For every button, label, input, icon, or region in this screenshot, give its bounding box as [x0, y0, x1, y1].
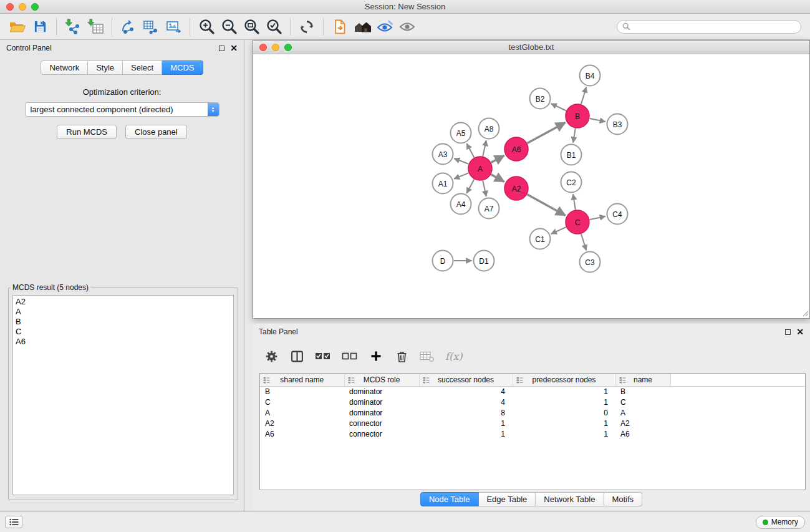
graph-node-A5[interactable]: A5 — [451, 123, 471, 143]
close-panel-icon[interactable]: ✕ — [230, 44, 238, 52]
graph-node-A1[interactable]: A1 — [433, 173, 453, 194]
minimize-window-button[interactable] — [19, 3, 26, 11]
tab-select[interactable]: Select — [123, 60, 162, 75]
graph-edge-A-A4[interactable] — [466, 180, 474, 193]
graph-node-C3[interactable]: C3 — [580, 252, 600, 273]
table-row[interactable]: Bdominator41B — [260, 386, 805, 397]
mcds-result-item[interactable]: A6 — [13, 337, 233, 347]
select-all-rows-button[interactable] — [315, 347, 331, 365]
mcds-result-item[interactable]: A2 — [13, 297, 233, 307]
zoom-in-button[interactable] — [195, 17, 218, 37]
minimize-network-window-button[interactable] — [272, 44, 279, 51]
memory-button[interactable]: Memory — [756, 516, 805, 529]
graph-node-C[interactable]: C — [566, 210, 589, 234]
graph-edge-A-A2[interactable] — [491, 175, 504, 182]
column-header-MCDS-role[interactable]: MCDS role — [344, 374, 419, 386]
criterion-dropdown[interactable]: largest connected component (directed) ▲… — [25, 102, 219, 117]
network-window-titlebar[interactable]: testGlobe.txt — [253, 41, 809, 54]
close-network-window-button[interactable] — [259, 44, 267, 51]
run-mcds-button[interactable]: Run MCDS — [57, 125, 117, 139]
tab-motifs[interactable]: Motifs — [604, 492, 642, 506]
delete-column-button[interactable] — [394, 347, 409, 365]
graph-edge-B-B4[interactable] — [581, 87, 586, 104]
graph-edge-A-A8[interactable] — [483, 140, 486, 157]
hide-graphics-details-button[interactable] — [396, 17, 418, 37]
save-session-button[interactable] — [29, 17, 51, 37]
mcds-result-item[interactable]: A — [13, 307, 233, 317]
search-input[interactable] — [634, 22, 796, 31]
tab-edge-table[interactable]: Edge Table — [478, 492, 536, 506]
float-panel-icon[interactable] — [219, 46, 224, 51]
import-network-button[interactable] — [62, 17, 84, 37]
document-export-button[interactable] — [329, 17, 351, 37]
close-window-button[interactable] — [6, 3, 14, 11]
deselect-all-rows-button[interactable] — [342, 347, 358, 365]
mcds-result-item[interactable]: B — [13, 317, 233, 327]
graph-node-D[interactable]: D — [433, 251, 453, 271]
function-builder-button[interactable]: f(x) — [445, 347, 462, 365]
table-settings-button[interactable] — [264, 347, 279, 365]
graph-edge-C-C4[interactable] — [590, 216, 605, 220]
node-table[interactable]: shared nameMCDS rolesuccessor nodesprede… — [259, 373, 806, 490]
search-field[interactable] — [617, 20, 801, 34]
graph-edge-A-A7[interactable] — [483, 181, 486, 197]
graph-node-A8[interactable]: A8 — [479, 118, 499, 139]
network-from-table-button[interactable] — [140, 17, 162, 37]
graph-node-B4[interactable]: B4 — [580, 65, 600, 86]
open-session-button[interactable] — [6, 17, 29, 37]
graph-node-A6[interactable]: A6 — [504, 137, 528, 161]
graph-edge-B-B3[interactable] — [590, 118, 605, 122]
zoom-window-button[interactable] — [31, 3, 39, 11]
show-graphics-details-button[interactable] — [374, 17, 396, 37]
mcds-result-list[interactable]: A2ABCA6 — [12, 295, 234, 495]
graph-edge-A2-C[interactable] — [528, 195, 566, 216]
graph-edge-A-A1[interactable] — [454, 173, 468, 178]
delete-table-button[interactable] — [420, 347, 435, 365]
graph-node-A[interactable]: A — [468, 157, 492, 180]
tab-mcds[interactable]: MCDS — [162, 60, 203, 75]
zoom-network-window-button[interactable] — [284, 44, 292, 51]
graph-node-B3[interactable]: B3 — [607, 114, 628, 135]
tab-network[interactable]: Network — [41, 60, 88, 75]
graph-node-C1[interactable]: C1 — [530, 229, 551, 249]
column-header-shared-name[interactable]: shared name — [260, 374, 344, 386]
tab-network-table[interactable]: Network Table — [536, 492, 604, 506]
graph-edge-C-C1[interactable] — [551, 227, 566, 234]
zoom-selected-button[interactable] — [263, 17, 285, 37]
column-header-successor-nodes[interactable]: successor nodes — [419, 374, 513, 386]
graph-edge-B-B2[interactable] — [551, 104, 566, 110]
graph-node-A4[interactable]: A4 — [451, 194, 471, 215]
float-table-panel-icon[interactable] — [785, 329, 791, 335]
graph-edge-A6-B[interactable] — [528, 123, 566, 143]
graph-edge-C-C3[interactable] — [581, 234, 586, 250]
graph-edge-B-B1[interactable] — [573, 128, 576, 143]
resize-handle-icon[interactable] — [802, 310, 809, 317]
graph-node-D1[interactable]: D1 — [474, 251, 494, 271]
tab-node-table[interactable]: Node Table — [420, 492, 479, 506]
close-table-panel-icon[interactable]: ✕ — [796, 328, 804, 336]
export-image-button[interactable] — [162, 17, 185, 37]
mcds-result-item[interactable]: C — [13, 327, 233, 337]
graph-edge-A-A5[interactable] — [466, 143, 474, 157]
graph-node-B2[interactable]: B2 — [530, 89, 551, 109]
table-row[interactable]: A2connector11A2 — [260, 418, 805, 428]
network-overview-button[interactable] — [351, 17, 374, 37]
zoom-fit-button[interactable] — [240, 17, 263, 37]
import-table-button[interactable] — [84, 17, 107, 37]
graph-node-A2[interactable]: A2 — [504, 177, 528, 200]
graph-node-A7[interactable]: A7 — [479, 198, 499, 219]
task-history-button[interactable] — [5, 516, 22, 528]
table-row[interactable]: Adominator80A — [260, 407, 805, 418]
graph-edge-C-C2[interactable] — [573, 194, 576, 210]
apply-layout-button[interactable] — [296, 17, 318, 37]
column-header-name[interactable]: name — [615, 374, 670, 386]
add-column-button[interactable] — [369, 347, 383, 365]
graph-node-C4[interactable]: C4 — [607, 204, 628, 225]
graph-edge-A-A3[interactable] — [454, 158, 468, 164]
network-canvas[interactable]: AA1A2A3A4A5A6A7A8BB1B2B3B4CC1C2C3C4DD1 — [253, 54, 809, 317]
graph-node-B[interactable]: B — [566, 104, 589, 128]
close-panel-button[interactable]: Close panel — [125, 125, 187, 139]
graph-node-B1[interactable]: B1 — [561, 145, 582, 165]
zoom-out-button[interactable] — [218, 17, 240, 37]
graph-edge-A-A6[interactable] — [491, 155, 504, 162]
